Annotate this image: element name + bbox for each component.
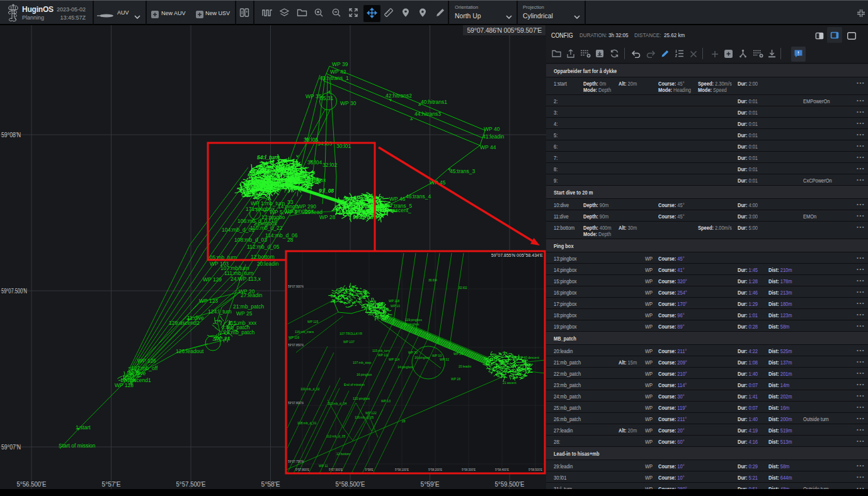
svg-text:55:pingbox: 55:pingbox — [300, 177, 326, 183]
svg-text:ascent_: ascent_ — [392, 207, 411, 213]
svg-text:WP 290: WP 290 — [297, 203, 316, 210]
svg-text:5°58'E: 5°58'E — [365, 468, 373, 471]
svg-text:WP 129: WP 129 — [203, 276, 222, 283]
svg-text:5°59'E: 5°59'E — [421, 480, 440, 488]
svg-text:16:pingbox: 16:pingbox — [414, 356, 430, 359]
svg-text:107:TROLLKYR: 107:TROLLKYR — [340, 332, 363, 335]
svg-text:5°57.900'E: 5°57.900'E — [329, 468, 343, 471]
svg-text:WP 40: WP 40 — [484, 126, 500, 132]
svg-text:9:l_08: 9:l_08 — [319, 188, 334, 194]
svg-text:20:leadin: 20:leadin — [459, 364, 472, 368]
svg-text:44:hitrans3: 44:hitrans3 — [414, 111, 441, 117]
svg-text:33: 33 — [287, 199, 294, 205]
svg-text:5°58.500'E: 5°58.500'E — [336, 480, 365, 488]
svg-text:40:hitrans1: 40:hitrans1 — [421, 99, 447, 105]
svg-text:21:ascent: 21:ascent — [503, 381, 517, 385]
svg-text:1:start: 1:start — [76, 424, 91, 431]
svg-text:32:l02: 32:l02 — [459, 286, 467, 290]
svg-text:129:ascend2: 129:ascend2 — [169, 320, 200, 326]
svg-text:32:l02: 32:l02 — [323, 162, 337, 168]
svg-text:WP 28: WP 28 — [451, 377, 460, 381]
svg-text:28: 28 — [287, 237, 294, 243]
svg-text:122:pingbox: 122:pingbox — [353, 397, 370, 400]
svg-text:110:mb_d_22: 110:mb_d_22 — [250, 225, 283, 231]
svg-text:28: 28 — [402, 419, 406, 423]
svg-text:18:pingbox: 18:pingbox — [404, 322, 420, 326]
svg-text:5°56.500'E: 5°56.500'E — [17, 480, 47, 488]
svg-text:26:mb_patch: 26:mb_patch — [224, 329, 254, 335]
svg-text:124:l_turn: 124:l_turn — [208, 308, 232, 315]
svg-text:126:leadout: 126:leadout — [176, 348, 204, 354]
svg-text:WP 32: WP 32 — [440, 358, 449, 361]
svg-text:112:mb_d_05: 112:mb_d_05 — [326, 434, 345, 438]
svg-text:WP 44: WP 44 — [480, 144, 496, 150]
svg-text:WP 107: WP 107 — [343, 340, 355, 344]
svg-text:5°58.200'E: 5°58.200'E — [428, 468, 442, 471]
svg-text:5°58.100'E: 5°58.100'E — [395, 468, 409, 471]
svg-text:35,31: 35,31 — [320, 95, 334, 101]
svg-text:Start of mission: Start of mission — [59, 442, 96, 449]
svg-text:WP 35: WP 35 — [306, 93, 322, 99]
svg-text:WP 13: WP 13 — [381, 399, 391, 403]
svg-text:20:leadin: 20:leadin — [257, 261, 279, 267]
svg-text:WP 10: WP 10 — [391, 304, 400, 308]
svg-text:41:leadin: 41:leadin — [483, 133, 505, 140]
svg-text:59°07.900'N: 59°07.900'N — [288, 285, 304, 288]
svg-text:43:hitrans_1: 43:hitrans_1 — [319, 75, 349, 81]
svg-text:100:mb_d_02: 100:mb_d_02 — [300, 387, 320, 391]
svg-text:54:l_turn: 54:l_turn — [257, 154, 280, 161]
svg-text:5°58'E: 5°58'E — [261, 480, 280, 488]
svg-text:113:mb_d_04: 113:mb_d_04 — [328, 402, 346, 405]
svg-text:WP 30: WP 30 — [408, 351, 418, 354]
svg-text:WP 126: WP 126 — [137, 358, 156, 364]
svg-text:WP 40 descent: WP 40 descent — [518, 356, 539, 359]
svg-text:10:dive: 10:dive — [128, 370, 146, 376]
svg-text:WP 111: WP 111 — [378, 353, 389, 357]
svg-text:WP 42: WP 42 — [330, 69, 346, 75]
svg-text:24:WP 113,x: 24:WP 113,x — [231, 276, 261, 282]
svg-text:116:mb_trans: 116:mb_trans — [295, 330, 314, 334]
svg-text:36:l04: 36:l04 — [307, 159, 322, 166]
svg-text:WP 28: WP 28 — [319, 214, 336, 220]
svg-text:5°57'E: 5°57'E — [102, 480, 121, 488]
svg-text:WP 11: WP 11 — [319, 464, 328, 468]
svg-text:46:trans_4: 46:trans_4 — [406, 193, 431, 200]
svg-text:WP 116: WP 116 — [288, 335, 300, 339]
svg-text:21:mb_patch: 21:mb_patch — [233, 303, 264, 310]
svg-text:5°57.500'E: 5°57.500'E — [176, 480, 206, 488]
svg-text:99:b_turn: 99:b_turn — [353, 214, 377, 220]
svg-text:42:hitrans2: 42:hitrans2 — [385, 93, 412, 99]
svg-text:59°07.855'N 005°58.434'E: 59°07.855'N 005°58.434'E — [491, 253, 544, 257]
svg-text:WP 114: WP 114 — [389, 358, 400, 361]
svg-text:WP 25: WP 25 — [236, 310, 253, 317]
svg-text:WP 24: WP 24 — [214, 335, 231, 342]
svg-text:End of mission: End of mission — [344, 383, 365, 386]
svg-text:116:mb_d_05: 116:mb_d_05 — [355, 415, 374, 419]
svg-text:WP 30: WP 30 — [340, 100, 357, 106]
svg-text:59°07.800'N: 59°07.800'N — [288, 402, 304, 405]
svg-text:59°08'N: 59°08'N — [1, 131, 21, 138]
svg-text:WP 39: WP 39 — [332, 61, 348, 67]
svg-text:59°07'N: 59°07'N — [1, 443, 21, 451]
svg-text:WP 118: WP 118 — [389, 299, 400, 303]
svg-text:115:mb_turn: 115:mb_turn — [372, 349, 390, 352]
svg-text:59°07.750'N: 59°07.750'N — [288, 460, 304, 463]
svg-text:5°58.400'E: 5°58.400'E — [495, 468, 509, 471]
svg-text:WP 46: WP 46 — [389, 196, 406, 202]
svg-text:WP 122: WP 122 — [365, 411, 377, 415]
svg-text:59°07.850'N: 59°07.850'N — [288, 344, 304, 347]
svg-text:WP 128: WP 128 — [115, 382, 134, 388]
svg-text:WP 29: WP 29 — [454, 352, 463, 356]
svg-text:WP 115: WP 115 — [307, 320, 319, 324]
svg-text:5°58.300'E: 5°58.300'E — [462, 468, 476, 471]
svg-text:5°58.500'E: 5°58.500'E — [528, 468, 542, 471]
svg-text:108:mb_d_03: 108:mb_d_03 — [234, 237, 267, 243]
svg-text:WP 123: WP 123 — [199, 298, 218, 304]
svg-text:108:mb_d_01: 108:mb_d_01 — [297, 421, 317, 425]
svg-text:5°57.800'E: 5°57.800'E — [295, 468, 309, 471]
svg-text:36:l04: 36:l04 — [428, 278, 437, 282]
svg-text:112:mb_d_05: 112:mb_d_05 — [247, 244, 280, 250]
svg-text:119:pingbox: 119:pingbox — [405, 318, 422, 322]
svg-text:45:trans_3: 45:trans_3 — [450, 168, 475, 174]
svg-text:107:mb_stop: 107:mb_stop — [353, 361, 371, 364]
